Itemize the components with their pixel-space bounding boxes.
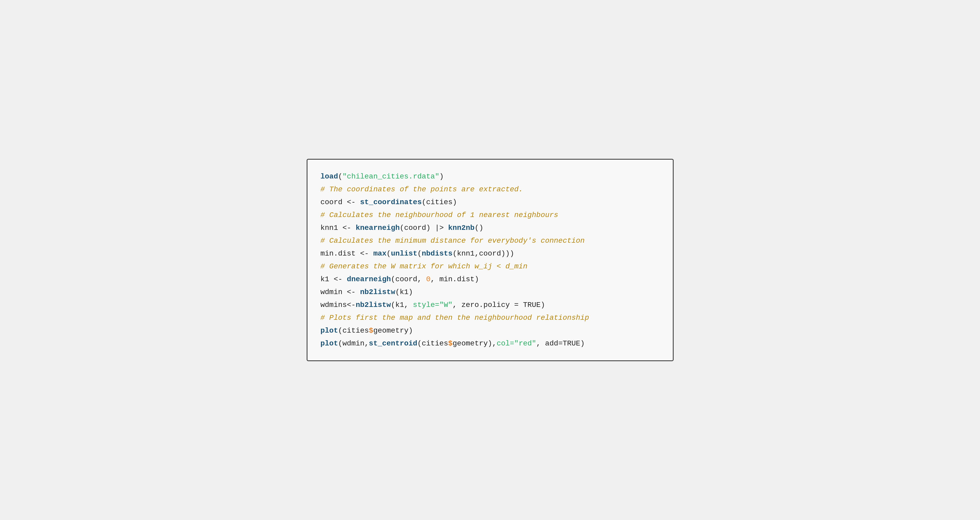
code-line-2: # The coordinates of the points are extr… [321,183,660,196]
code-part-plain: (cities) [422,198,457,206]
code-part-plain: wdmins<- [321,301,356,309]
code-part-plain: ( [387,250,391,258]
code-line-6: # Calculates the minimum distance for ev… [321,234,660,247]
code-part-function: st_centroid [369,339,417,348]
code-part-plain: (cities [338,327,369,335]
code-part-plain: , add=TRUE) [536,339,585,348]
code-line-3: coord <- st_coordinates(cities) [321,196,660,208]
code-content: load("chilean_cities.rdata")# The coordi… [321,170,660,350]
code-part-function: dnearneigh [347,275,391,283]
code-part-plain: (coord, [391,275,426,283]
code-line-8: # Generates the W matrix for which w_ij … [321,260,660,273]
code-part-function: knn2nb [448,224,475,232]
code-part-string: col="red" [497,339,536,348]
code-part-plain: k1 <- [321,275,347,283]
code-part-plain: wdmin <- [321,288,360,296]
code-part-plain: (k1, [391,301,413,309]
code-line-1: load("chilean_cities.rdata") [321,170,660,183]
code-part-plain: () [475,224,484,232]
code-line-11: wdmins<-nb2listw(k1, style="W", zero.pol… [321,299,660,312]
code-part-plain: (cities [417,339,448,348]
code-part-function: nb2listw [360,288,395,296]
code-part-plain: ) [439,172,444,181]
code-part-comment: # The coordinates of the points are extr… [321,185,523,193]
code-part-function: nb2listw [356,301,391,309]
code-part-string: "chilean_cities.rdata" [342,172,439,181]
code-part-string: style="W" [413,301,452,309]
code-part-dollar: $ [369,327,373,335]
code-part-function: load [321,172,338,181]
code-part-plain: ( [417,250,422,258]
code-part-function: knearneigh [356,224,400,232]
code-part-plain: ( [338,172,342,181]
code-part-plain: geometry) [373,327,413,335]
code-part-plain: min.dist <- [321,250,374,258]
code-part-function: unlist [391,250,417,258]
code-part-comment: # Calculates the minimum distance for ev… [321,237,585,245]
code-part-plain: , zero.policy = TRUE) [453,301,545,309]
code-part-plain: (coord) |> [400,224,448,232]
code-line-12: # Plots first the map and then the neigh… [321,312,660,324]
code-part-plain: , min.dist) [431,275,479,283]
code-part-dollar: $ [448,339,453,348]
code-part-function: max [373,250,387,258]
code-part-function: st_coordinates [360,198,422,206]
code-line-4: # Calculates the neighbourhood of 1 near… [321,208,660,221]
code-line-14: plot(wdmin,st_centroid(cities$geometry),… [321,337,660,350]
code-part-function: plot [321,327,338,335]
code-line-13: plot(cities$geometry) [321,324,660,337]
code-block: load("chilean_cities.rdata")# The coordi… [307,159,674,361]
code-line-5: knn1 <- knearneigh(coord) |> knn2nb() [321,221,660,234]
code-part-plain: coord <- [321,198,360,206]
code-line-10: wdmin <- nb2listw(k1) [321,286,660,299]
code-part-comment: # Plots first the map and then the neigh… [321,314,589,322]
code-part-plain: knn1 <- [321,224,356,232]
code-part-plain: (knn1,coord))) [453,250,514,258]
code-line-7: min.dist <- max(unlist(nbdists(knn1,coor… [321,247,660,260]
code-part-number: 0 [426,275,431,283]
code-part-comment: # Generates the W matrix for which w_ij … [321,262,528,270]
code-part-plain: (wdmin, [338,339,369,348]
code-part-plain: (k1) [395,288,413,296]
code-part-function: nbdists [422,250,453,258]
code-line-9: k1 <- dnearneigh(coord, 0, min.dist) [321,273,660,286]
code-part-comment: # Calculates the neighbourhood of 1 near… [321,211,558,219]
code-part-function: plot [321,339,338,348]
code-part-plain: geometry), [453,339,497,348]
